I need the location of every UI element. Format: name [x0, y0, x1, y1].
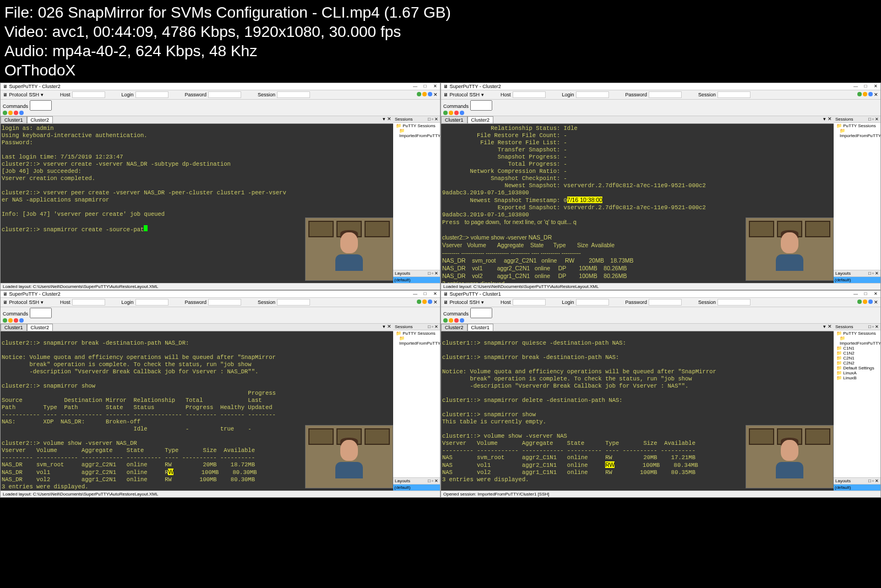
password-input[interactable]	[649, 299, 682, 306]
dot-icon[interactable]	[449, 318, 453, 323]
commands-input[interactable]	[470, 100, 492, 111]
minimize-icon[interactable]: —	[412, 84, 418, 89]
session-input[interactable]	[717, 91, 751, 98]
login-input[interactable]	[576, 299, 609, 306]
login-input[interactable]	[135, 299, 168, 306]
password-input[interactable]	[208, 91, 241, 98]
status-dot-icon[interactable]	[863, 92, 867, 96]
tree-folder[interactable]: 📁 ImportedFromPuTTY	[835, 336, 879, 346]
maximize-icon[interactable]: □	[422, 84, 428, 89]
dot-icon[interactable]	[14, 111, 18, 115]
login-input[interactable]	[576, 91, 609, 98]
dot-icon[interactable]	[454, 318, 459, 323]
session-tab[interactable]: Cluster1	[441, 116, 467, 123]
password-input[interactable]	[208, 299, 241, 306]
password-input[interactable]	[649, 91, 682, 98]
dot-icon[interactable]	[8, 111, 13, 115]
dot-icon[interactable]	[19, 318, 24, 323]
dot-icon[interactable]	[460, 318, 464, 323]
dot-icon[interactable]	[14, 318, 18, 323]
dot-icon[interactable]	[443, 318, 448, 323]
host-input[interactable]	[72, 299, 105, 306]
minimize-icon[interactable]: —	[853, 84, 858, 89]
protocol-value[interactable]: SSH	[470, 92, 480, 97]
layouts-controls-icon[interactable]: □ ▫ ✕	[868, 478, 879, 483]
status-dot-icon[interactable]	[868, 92, 873, 96]
session-tree-item[interactable]: 📁 C2N2	[835, 361, 879, 366]
minimize-icon[interactable]: —	[412, 291, 418, 297]
login-input[interactable]	[135, 91, 168, 98]
tab-menu-icon[interactable]: ▾ ✕	[381, 324, 393, 331]
layout-item[interactable]: (default)	[393, 484, 440, 491]
dot-icon[interactable]	[3, 111, 7, 115]
session-tab[interactable]: Cluster2	[441, 324, 467, 331]
session-tab[interactable]: Cluster1	[1, 324, 27, 331]
tab-menu-icon[interactable]: ▾ ✕	[381, 116, 393, 123]
protocol-value[interactable]: SSH	[29, 300, 40, 305]
tree-root[interactable]: 📁 PuTTY Sessions	[395, 123, 438, 128]
tree-folder[interactable]: 📁 ImportedFromPuTTY	[395, 336, 438, 346]
tree-root[interactable]: 📁 PuTTY Sessions	[835, 331, 879, 336]
maximize-icon[interactable]: □	[422, 291, 428, 297]
sidebar-controls-icon[interactable]: □ ▫ ✕	[868, 117, 879, 122]
commands-input[interactable]	[30, 100, 52, 111]
tab-menu-icon[interactable]: ▾ ✕	[822, 324, 834, 331]
status-dot-icon[interactable]	[868, 300, 873, 304]
status-dot-icon[interactable]	[428, 300, 432, 304]
status-dot-icon[interactable]	[422, 92, 427, 96]
session-tab[interactable]: Cluster1	[1, 116, 27, 123]
session-tab[interactable]: Cluster2	[27, 324, 53, 331]
status-dot-icon[interactable]	[863, 300, 867, 304]
status-dot-icon[interactable]	[422, 300, 427, 304]
host-input[interactable]	[72, 91, 105, 98]
close-session-icon[interactable]: ✕	[874, 92, 878, 97]
minimize-icon[interactable]: —	[853, 291, 858, 297]
status-dot-icon[interactable]	[857, 300, 862, 304]
sidebar-controls-icon[interactable]: □ ▫ ✕	[428, 117, 438, 122]
tab-menu-icon[interactable]: ▾ ✕	[822, 116, 834, 123]
close-session-icon[interactable]: ✕	[433, 300, 438, 305]
session-tab[interactable]: Cluster2	[467, 116, 494, 123]
maximize-icon[interactable]: □	[863, 84, 868, 89]
protocol-value[interactable]: SSH	[470, 300, 480, 305]
session-input[interactable]	[277, 299, 310, 306]
dot-icon[interactable]	[19, 111, 24, 115]
session-tab[interactable]: Cluster2	[27, 116, 53, 123]
dot-icon[interactable]	[3, 318, 7, 323]
tree-root[interactable]: 📁 PuTTY Sessions	[835, 123, 879, 128]
status-dot-icon[interactable]	[417, 300, 421, 304]
layouts-controls-icon[interactable]: □ ▫ ✕	[428, 478, 438, 483]
session-tree-item[interactable]: 📁 C1N2	[835, 351, 879, 356]
commands-input[interactable]	[470, 308, 492, 318]
status-dot-icon[interactable]	[857, 92, 862, 96]
close-session-icon[interactable]: ✕	[433, 92, 438, 97]
layout-item[interactable]: (default)	[834, 277, 880, 283]
session-tab[interactable]: Cluster1	[467, 324, 494, 331]
layouts-controls-icon[interactable]: □ ▫ ✕	[868, 271, 879, 276]
sidebar-controls-icon[interactable]: □ ▫ ✕	[868, 324, 879, 329]
close-session-icon[interactable]: ✕	[874, 300, 878, 305]
commands-input[interactable]	[30, 308, 52, 318]
session-tree-item[interactable]: 📁 Default Settings	[835, 366, 879, 371]
close-icon[interactable]: ✕	[432, 84, 438, 89]
sidebar-controls-icon[interactable]: □ ▫ ✕	[428, 324, 438, 329]
layout-item[interactable]: (default)	[393, 277, 440, 283]
close-icon[interactable]: ✕	[432, 291, 438, 297]
host-input[interactable]	[513, 299, 546, 306]
session-tree-item[interactable]: 📁 C2N1	[835, 356, 879, 361]
close-icon[interactable]: ✕	[873, 291, 878, 297]
layouts-controls-icon[interactable]: □ ▫ ✕	[428, 271, 438, 276]
dot-icon[interactable]	[449, 111, 453, 115]
session-input[interactable]	[277, 91, 310, 98]
status-dot-icon[interactable]	[417, 92, 421, 96]
layout-item[interactable]: (default)	[834, 484, 880, 491]
maximize-icon[interactable]: □	[863, 291, 868, 297]
host-input[interactable]	[513, 91, 546, 98]
session-input[interactable]	[717, 299, 751, 306]
protocol-value[interactable]: SSH	[29, 92, 40, 97]
tree-folder[interactable]: 📁 ImportedFromPuTTY	[835, 128, 879, 138]
session-tree-item[interactable]: 📁 LinuxB	[835, 375, 879, 380]
close-icon[interactable]: ✕	[873, 84, 878, 89]
tree-root[interactable]: 📁 PuTTY Sessions	[395, 331, 438, 336]
session-tree-item[interactable]: 📁 LinuxA	[835, 371, 879, 375]
